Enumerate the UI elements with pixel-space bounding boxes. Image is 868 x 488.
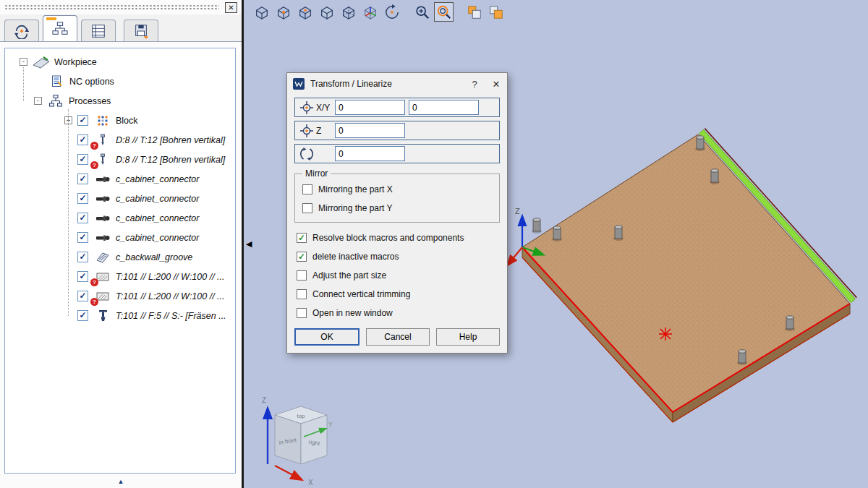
tree-checkbox[interactable]: ✓ bbox=[77, 213, 88, 223]
zoom-fit-button[interactable] bbox=[434, 2, 454, 22]
cancel-button[interactable]: Cancel bbox=[366, 328, 430, 346]
tree-checkbox[interactable]: ✓ bbox=[77, 252, 88, 262]
tree-item-label: Block bbox=[116, 116, 138, 126]
nav-axis-x-label: X bbox=[308, 479, 313, 487]
tree-item-label: Workpiece bbox=[54, 57, 97, 67]
translate-xy-row: X/Y bbox=[294, 98, 500, 117]
tree-item-cabinet-connector[interactable]: ✓ c_cabinet_connector bbox=[5, 208, 235, 228]
tree-item-label: c_cabinet_connector bbox=[116, 213, 199, 223]
open-in-new-window-checkbox[interactable] bbox=[297, 308, 307, 318]
tab-list-view[interactable] bbox=[81, 20, 116, 41]
tree-item-drill-vertical[interactable]: ✓ ? D:8 // T:12 [Bohren vertikal] bbox=[5, 130, 235, 150]
tree-checkbox[interactable]: ✓ bbox=[77, 154, 88, 165]
translate-z-input[interactable] bbox=[335, 123, 405, 138]
zoom-window-button[interactable] bbox=[412, 2, 432, 22]
window-arrange-front-icon bbox=[488, 4, 504, 20]
window-arrange-back-button[interactable] bbox=[464, 2, 484, 22]
tree-item-pocket[interactable]: ✓ ? T:101 // L:200 // W:100 // ... bbox=[5, 267, 235, 286]
tree-checkbox[interactable]: ✓ bbox=[77, 291, 88, 301]
translate-y-input[interactable] bbox=[409, 100, 479, 115]
tree-checkbox[interactable]: ✓ bbox=[77, 174, 88, 184]
translate-x-input[interactable] bbox=[335, 100, 405, 115]
tree-item-cabinet-connector[interactable]: ✓ c_cabinet_connector bbox=[5, 189, 235, 208]
process-tree: - Workpiece NC op bbox=[4, 48, 236, 474]
view-shaded-left-button[interactable] bbox=[295, 2, 315, 22]
tree-item-milling[interactable]: ✓ T:101 // F:5 // S:- [Fräsen ... bbox=[5, 306, 235, 325]
nc-options-icon bbox=[48, 75, 65, 88]
mirror-x-option[interactable]: Mirroring the part X bbox=[302, 180, 492, 199]
window-arrange-front-button[interactable] bbox=[486, 2, 506, 22]
processes-icon bbox=[47, 95, 64, 108]
tree-item-block[interactable]: + ✓ Block bbox=[5, 111, 235, 130]
tree-item-workpiece[interactable]: - Workpiece bbox=[5, 52, 235, 72]
dialog-options: ✓ Resolve block macros and components ✓ … bbox=[294, 228, 500, 322]
pocket-icon: ? bbox=[94, 270, 111, 283]
rotate-view-button[interactable] bbox=[382, 2, 401, 22]
tree-checkbox[interactable]: ✓ bbox=[77, 310, 88, 321]
tab-export[interactable] bbox=[124, 20, 158, 41]
scroll-up-icon[interactable]: ▲ bbox=[118, 478, 124, 485]
rotate-view-icon bbox=[384, 4, 400, 20]
tree-checkbox[interactable]: ✓ bbox=[77, 232, 88, 243]
panel-collapse-icon[interactable]: ◀ bbox=[246, 240, 252, 248]
tree-checkbox[interactable]: ✓ bbox=[77, 115, 88, 126]
tree-item-backwall-groove[interactable]: ✓ c_backwall_groove bbox=[5, 247, 235, 267]
dialog-body: X/Y Z bbox=[287, 95, 507, 353]
adjust-part-size-checkbox[interactable] bbox=[297, 270, 307, 281]
open-in-new-window-option[interactable]: Open in new window bbox=[297, 304, 500, 322]
tab-processes[interactable] bbox=[43, 15, 77, 41]
dialog-title-bar[interactable]: Transform / Linearize ? ✕ bbox=[287, 73, 507, 95]
tab-transform-view[interactable] bbox=[4, 20, 39, 41]
window-arrange-back-icon bbox=[467, 4, 482, 20]
connect-vertical-trimming-checkbox[interactable] bbox=[297, 289, 307, 299]
option-label: Adjust the part size bbox=[312, 270, 386, 281]
view-axes-button[interactable] bbox=[360, 2, 380, 22]
connect-vertical-trimming-option[interactable]: Connect vertical trimming bbox=[297, 285, 500, 304]
delete-inactive-macros-option[interactable]: ✓ delete inactive macros bbox=[297, 247, 500, 266]
tree-checkbox[interactable]: ✓ bbox=[77, 271, 88, 282]
tree-item-drill-vertical[interactable]: ✓ ? D:8 // T:12 [Bohren vertikal] bbox=[5, 150, 235, 169]
tree-checkbox[interactable]: ✓ bbox=[77, 134, 88, 145]
rotate-angle-input[interactable] bbox=[335, 146, 405, 161]
help-button[interactable]: Help bbox=[436, 328, 500, 346]
panel-close-button[interactable]: ✕ bbox=[225, 2, 237, 13]
tree-scrollbar[interactable]: ▲ bbox=[0, 475, 242, 488]
tree-checkbox[interactable]: ✓ bbox=[77, 193, 88, 204]
checkmark: ✓ bbox=[79, 135, 86, 144]
connector-icon bbox=[94, 231, 111, 244]
option-label: Resolve block macros and components bbox=[312, 233, 464, 243]
tree-item-pocket[interactable]: ✓ ? T:101 // L:200 // W:100 // ... bbox=[5, 286, 235, 306]
tree-item-cabinet-connector[interactable]: ✓ c_cabinet_connector bbox=[5, 228, 235, 247]
ok-button[interactable]: OK bbox=[294, 328, 359, 346]
mirror-y-checkbox[interactable] bbox=[302, 203, 312, 213]
tree-item-cabinet-connector[interactable]: ✓ c_cabinet_connector bbox=[5, 169, 235, 189]
tree-item-processes[interactable]: - Processes bbox=[5, 91, 235, 111]
mirror-group: Mirror Mirroring the part X Mirroring th… bbox=[294, 168, 500, 223]
connector-icon bbox=[94, 212, 111, 225]
dialog-close-button[interactable]: ✕ bbox=[485, 73, 507, 95]
navigation-cube[interactable]: top in front right Z X Y bbox=[262, 396, 333, 487]
resolve-block-macros-option[interactable]: ✓ Resolve block macros and components bbox=[297, 228, 500, 247]
view-center-point-button[interactable] bbox=[273, 2, 293, 22]
panel-grip-bar[interactable]: ✕ bbox=[0, 0, 242, 14]
collapse-expander-icon[interactable]: - bbox=[34, 97, 42, 105]
view-hidden-lines-button[interactable] bbox=[339, 2, 358, 22]
view-solid-button[interactable] bbox=[317, 2, 336, 22]
drag-grip-icon[interactable] bbox=[4, 4, 219, 10]
mirror-x-checkbox[interactable] bbox=[302, 184, 312, 194]
dialog-help-button[interactable]: ? bbox=[464, 73, 485, 95]
tree-item-nc-options[interactable]: NC options bbox=[5, 72, 235, 91]
delete-inactive-macros-checkbox[interactable]: ✓ bbox=[297, 252, 307, 262]
tree-item-label: c_cabinet_connector bbox=[116, 233, 199, 243]
error-badge-icon: ? bbox=[90, 161, 98, 169]
axis-z-label: Z bbox=[515, 207, 520, 215]
translate-z-row: Z bbox=[294, 121, 500, 140]
error-badge-icon: ? bbox=[90, 278, 98, 286]
checkmark: ✓ bbox=[79, 233, 86, 241]
adjust-part-size-option[interactable]: Adjust the part size bbox=[297, 266, 500, 285]
resolve-block-macros-checkbox[interactable]: ✓ bbox=[297, 233, 307, 243]
collapse-expander-icon[interactable]: - bbox=[20, 58, 27, 66]
mirror-y-option[interactable]: Mirroring the part Y bbox=[302, 199, 492, 218]
view-wireframe-button[interactable] bbox=[252, 2, 271, 22]
checkmark: ✓ bbox=[79, 174, 86, 183]
